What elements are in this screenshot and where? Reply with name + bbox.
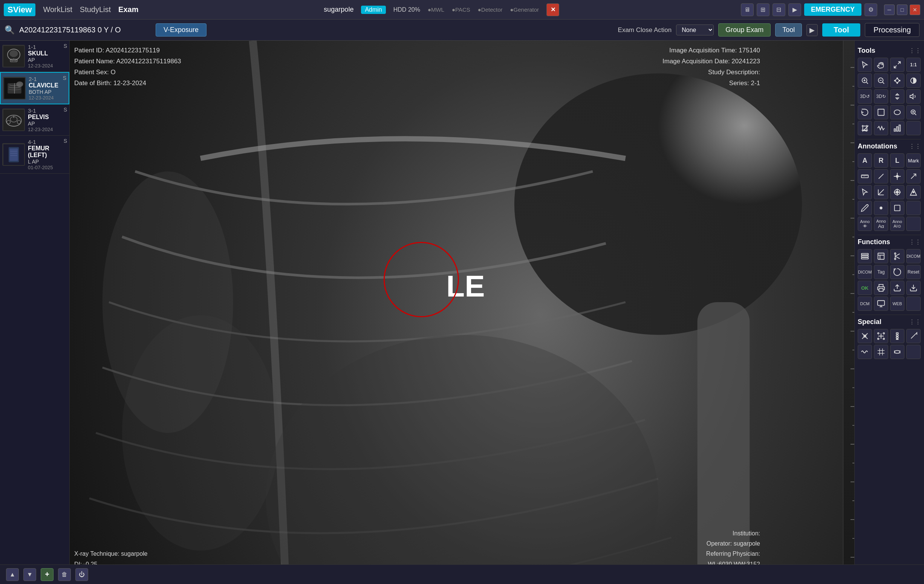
func-dicom2-btn[interactable]: DICOM <box>858 265 872 279</box>
select-anno-btn[interactable] <box>858 185 872 199</box>
func-rotate-btn[interactable] <box>890 265 904 279</box>
oval-tool-btn[interactable] <box>890 105 904 119</box>
func-monitor-btn[interactable] <box>874 297 888 311</box>
patient-id-text: Patient ID: A20241223175119 <box>74 45 181 56</box>
menu-exam[interactable]: Exam <box>118 5 138 14</box>
func-print-btn[interactable] <box>874 281 888 295</box>
magnify-tool-btn[interactable] <box>874 73 888 88</box>
maximize-button[interactable]: □ <box>897 5 908 15</box>
tool-active-button[interactable]: Tool <box>822 23 860 36</box>
rotate-3d-left-btn[interactable]: 3D↺ <box>858 89 872 104</box>
exam-close-select[interactable]: None <box>676 25 714 35</box>
waveform-tool-btn[interactable] <box>874 121 888 135</box>
arrow-anno-btn[interactable] <box>906 169 921 183</box>
rect-tool-btn[interactable] <box>874 105 888 119</box>
zoom-tool-btn[interactable] <box>858 73 872 88</box>
anno-l-btn[interactable]: L <box>890 153 904 168</box>
cursor-tool-btn[interactable] <box>858 58 872 72</box>
menu-worklist[interactable]: WorkList <box>43 5 72 14</box>
annotations-grid-icon[interactable]: ⋮⋮ <box>909 143 921 150</box>
series-item-2[interactable]: 2-1 CLAVICLE BOTH AP 12-23-2024 S <box>0 72 69 104</box>
close-red-icon[interactable]: ✕ <box>546 3 559 16</box>
special-vertebra-btn[interactable] <box>890 345 904 359</box>
series-item-3[interactable]: 3-1 PELVIS AP 12-23-2024 S <box>0 104 69 135</box>
func-web-btn[interactable]: WEB <box>890 297 904 311</box>
func-dicom-btn[interactable]: DICOM <box>906 249 921 263</box>
func-reset-btn[interactable]: Reset <box>906 265 921 279</box>
chevron-right-icon[interactable]: ▶ <box>788 3 801 16</box>
generator-indicator: ●Generator <box>510 7 539 13</box>
rotate-3d-right-btn[interactable]: 3D↻ <box>874 89 888 104</box>
svg-point-118 <box>878 333 879 334</box>
anno-text-btn[interactable]: AnnoAα <box>874 217 888 231</box>
anno-r-btn[interactable]: R <box>874 153 888 168</box>
func-export2-btn[interactable] <box>890 281 904 295</box>
func-import-btn[interactable] <box>906 281 921 295</box>
group-exam-button[interactable]: Group Exam <box>718 23 771 36</box>
anno-visibility-btn[interactable]: Anno👁 <box>858 217 872 231</box>
special-bone-btn[interactable] <box>874 329 888 343</box>
tri-anno-btn[interactable] <box>906 185 921 199</box>
settings-icon[interactable]: ⚙ <box>865 3 877 16</box>
special-grid-icon[interactable]: ⋮⋮ <box>909 318 921 325</box>
func-dicom3-btn[interactable]: DCM <box>858 297 872 311</box>
func-export-btn[interactable] <box>874 249 888 263</box>
tool-tab-button[interactable]: Tool <box>775 23 802 36</box>
svg-rect-107 <box>879 289 883 291</box>
special-xray-btn[interactable] <box>858 329 872 343</box>
crop-tool-btn[interactable] <box>858 121 872 135</box>
anno-a-btn[interactable]: A <box>858 153 872 168</box>
audio-tool-btn[interactable] <box>906 89 921 104</box>
ruler-anno-btn[interactable] <box>858 169 872 183</box>
nav-up-btn[interactable]: ▲ <box>6 568 19 581</box>
special-needle-btn[interactable] <box>906 329 921 343</box>
grid-icon[interactable]: ⊟ <box>772 3 785 16</box>
chevron-right-toolbar-icon[interactable]: ▶ <box>807 24 818 36</box>
emergency-button[interactable]: EMERGENCY <box>804 3 861 16</box>
processing-button[interactable]: Processing <box>865 23 919 37</box>
special-spine-btn[interactable] <box>890 329 904 343</box>
region-anno-btn[interactable] <box>890 185 904 199</box>
search-icon[interactable]: 🔍 <box>5 25 15 35</box>
tools-grid-icon[interactable]: ⋮⋮ <box>909 47 921 54</box>
angle-anno-btn[interactable] <box>874 185 888 199</box>
flip-tool-btn[interactable] <box>890 89 904 104</box>
anno-ai-btn[interactable]: AnnoAI⊙ <box>890 217 904 231</box>
func-cut-btn[interactable] <box>890 249 904 263</box>
nav-add-btn[interactable]: + <box>41 568 53 581</box>
square-sm-anno-btn[interactable] <box>890 201 904 215</box>
contrast-tool-btn[interactable] <box>906 73 921 88</box>
nav-delete-btn[interactable]: 🗑 <box>58 568 71 581</box>
anno-mark-btn[interactable]: Mark <box>906 153 921 168</box>
hand-tool-btn[interactable] <box>874 58 888 72</box>
func-ok-btn[interactable]: OK <box>858 281 872 295</box>
func-tag-btn[interactable]: Tag <box>874 265 888 279</box>
v-exposure-button[interactable]: V-Exposure <box>156 23 206 36</box>
dual-monitor-icon[interactable]: ⊞ <box>757 3 769 16</box>
menu-studylist[interactable]: StudyList <box>80 5 111 14</box>
one-to-one-tool-btn[interactable]: 1:1 <box>906 58 921 72</box>
svg-rect-125 <box>896 339 898 340</box>
series-item-1[interactable]: 1-1 SKULL AP 12-23-2024 S <box>0 41 69 72</box>
resize-tool-btn[interactable] <box>890 58 904 72</box>
special-wave-btn[interactable] <box>858 345 872 359</box>
special-grid-btn[interactable] <box>874 345 888 359</box>
nav-down-btn[interactable]: ▼ <box>23 568 36 581</box>
monitor-icon[interactable]: 🖥 <box>741 3 754 16</box>
tools-section-header: Tools ⋮⋮ <box>858 47 921 54</box>
undo-tool-btn[interactable] <box>858 105 872 119</box>
crosshair-anno-btn[interactable] <box>890 169 904 183</box>
zoom-in-tool-btn[interactable] <box>906 105 921 119</box>
pencil-anno-btn[interactable] <box>858 201 872 215</box>
series-item-4[interactable]: 4-1 FEMUR (LEFT) L AP 01-07-2025 S <box>0 135 69 174</box>
chart-tool-btn[interactable] <box>890 121 904 135</box>
nav-logout-btn[interactable]: ⏻ <box>75 568 88 581</box>
brightness-tool-btn[interactable] <box>890 73 904 88</box>
functions-grid-icon[interactable]: ⋮⋮ <box>909 239 921 246</box>
minimize-button[interactable]: ─ <box>884 5 894 15</box>
dot-anno-btn[interactable] <box>874 201 888 215</box>
close-button[interactable]: ✕ <box>910 5 920 15</box>
image-viewer[interactable]: Patient ID: A20241223175119 Patient Name… <box>70 41 854 584</box>
func-stack-btn[interactable] <box>858 249 872 263</box>
line-anno-btn[interactable] <box>874 169 888 183</box>
